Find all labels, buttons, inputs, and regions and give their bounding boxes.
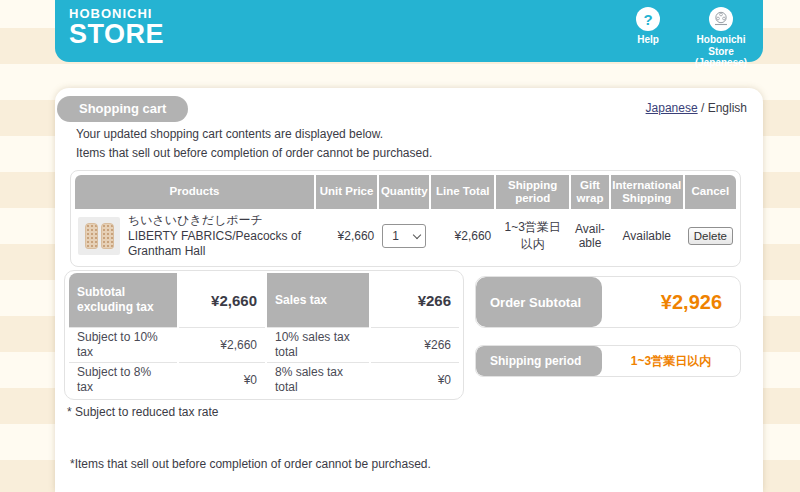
store-label-line1: Hobonichi [697,34,746,45]
tax-8-row: Subject to 8% tax ¥0 8% sales tax total … [69,362,459,397]
shipping-period-label: Shipping period [476,346,602,376]
pouch-image-left [85,223,98,249]
subject-8-value: ¥0 [179,362,265,397]
col-header-gift-wrap: Gift wrap [571,175,609,209]
language-switcher: Japanese / English [646,101,747,115]
language-separator: / [698,101,708,115]
order-subtotal-label: Order Subtotal [476,277,602,327]
col-header-international-shipping: International Shipping [611,175,683,209]
logo-line2: STORE [69,21,164,48]
japanese-store-button[interactable]: Hobonichi Store (Japanese) [687,7,755,69]
col-header-cancel: Cancel [685,175,736,209]
header-buttons: ? Help Hobonichi Store (Japanese) [625,7,755,69]
shipping-period-value-summary: 1~3営業日以内 [602,346,740,376]
store-label-line3: (Japanese) [695,57,747,68]
tax-10-total-label: 10% sales tax total [267,327,369,362]
totals-table: Subtotal excluding tax ¥2,660 Sales tax … [64,270,464,400]
quantity-select[interactable]: 1 [382,224,426,248]
international-shipping-value: Available [611,211,683,262]
subject-10-label: Subject to 10% tax [69,327,177,362]
intro-line1: Your updated shopping cart contents are … [76,125,432,144]
subtotal-excl-tax-value: ¥2,660 [179,273,265,327]
products-header-row: Products Unit Price Quantity Line Total … [75,175,736,209]
english-label: English [708,101,747,115]
sales-tax-label: Sales tax [267,273,369,327]
tax-8-total-value: ¥0 [371,362,459,397]
japanese-link[interactable]: Japanese [646,101,698,115]
gift-wrap-line1: Avail- [575,222,605,236]
sales-tax-value: ¥266 [371,273,459,327]
order-subtotal-box: Order Subtotal ¥2,926 [475,276,741,328]
store-label-line2: Store [708,46,734,57]
col-header-shipping-period: Shipping period [496,175,569,209]
col-header-line-total: Line Total [431,175,494,209]
subtotal-excl-tax-label: Subtotal excluding tax [69,273,177,327]
intro-line2: Items that sell out before completion of… [76,144,432,163]
totals-header-row: Subtotal excluding tax ¥2,660 Sales tax … [69,273,459,327]
reduced-tax-note: * Subject to reduced tax rate [67,405,218,419]
cart-item-row: ちいさいひきだしポーチ LIBERTY FABRICS/Peacocks of … [75,211,736,262]
hobonichi-emblem-icon [709,7,733,31]
tax-10-row: Subject to 10% tax ¥2,660 10% sales tax … [69,327,459,362]
gift-wrap-line2: able [579,236,602,250]
products-table: Products Unit Price Quantity Line Total … [70,170,741,267]
subject-8-label: Subject to 8% tax [69,362,177,397]
help-button[interactable]: ? Help [625,7,671,46]
help-question-icon: ? [636,7,660,31]
subject-10-value: ¥2,660 [179,327,265,362]
header-bar: HOBONICHI STORE ? Help Hobonichi Store [55,0,763,62]
page-title: Shopping cart [57,96,188,122]
product-thumbnail[interactable] [78,217,120,255]
intro-text: Your updated shopping cart contents are … [76,125,432,163]
col-header-unit-price: Unit Price [316,175,377,209]
product-name: ちいさいひきだしポーチ LIBERTY FABRICS/Peacocks of … [128,213,311,260]
soldout-note: *Items that sell out before completion o… [70,457,431,471]
tax-10-total-value: ¥266 [371,327,459,362]
japanese-store-label: Hobonichi Store (Japanese) [695,34,747,69]
col-header-products: Products [75,175,314,209]
order-subtotal-value: ¥2,926 [602,277,740,327]
pouch-image-right [101,223,114,249]
delete-button[interactable]: Delete [688,227,733,245]
shipping-period-value: 1~3営業日以内 [496,211,569,262]
shipping-period-box: Shipping period 1~3営業日以内 [475,345,741,377]
gift-wrap-value: Avail- able [571,211,609,262]
help-label: Help [637,34,659,46]
unit-price-value: ¥2,660 [316,211,377,262]
hobonichi-store-logo[interactable]: HOBONICHI STORE [69,7,164,48]
shopping-cart-panel: Shopping cart Japanese / English Your up… [55,88,763,492]
line-total-value: ¥2,660 [431,211,494,262]
col-header-quantity: Quantity [379,175,429,209]
tax-8-total-label: 8% sales tax total [267,362,369,397]
